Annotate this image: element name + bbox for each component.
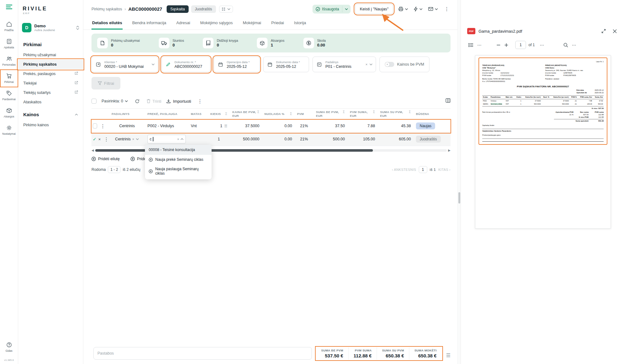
scrollbar-thumb[interactable] <box>458 192 460 204</box>
cell-kiekis[interactable]: 1 <box>208 136 230 143</box>
saved-dropdown[interactable] <box>342 6 351 12</box>
sum-icon[interactable]: Σ <box>257 110 259 114</box>
confirm-icon[interactable]: ✓ <box>93 137 97 142</box>
col-kaina[interactable]: KAINA BE PVM, EURΣ <box>230 109 262 119</box>
sidebar-item-pirkimo-kainos[interactable]: Pirkimo kainos <box>18 120 83 130</box>
scrollbar-thumb[interactable] <box>95 149 373 152</box>
sum-icon[interactable]: Σ <box>225 112 227 116</box>
tab-istorija[interactable]: Istorija <box>293 17 307 30</box>
row-checkbox[interactable] <box>93 123 97 128</box>
row-menu[interactable]: ⋮ <box>99 122 107 130</box>
table-more-menu[interactable]: ⋮ <box>196 98 204 105</box>
col-nuolaida[interactable]: NUOLAIDA %Σ <box>262 111 295 118</box>
klientas-field[interactable]: Klientas *00020 - UAB Mokymai <box>91 57 158 72</box>
create-paslauga-option[interactable]: Nauja paslauga Seminarų ciklas <box>145 164 212 178</box>
page-number[interactable]: 1 <box>419 166 427 173</box>
sidebar-item-ataskaitos[interactable]: Ataskaitos <box>18 97 83 107</box>
sum-icon[interactable]: Σ <box>290 112 292 116</box>
pdf-more-menu[interactable]: ⋯ <box>475 41 484 49</box>
thumbnails-button[interactable] <box>467 42 475 48</box>
scroll-left-icon[interactable]: ◀ <box>91 149 94 152</box>
rail-item-pradzia[interactable]: Pradžia <box>1 19 17 34</box>
sum-icon[interactable]: Σ <box>343 110 345 114</box>
rail-item-apskaita[interactable]: Apskaita <box>1 36 17 52</box>
clear-icon[interactable]: × <box>177 137 179 141</box>
stat-didzioji-knyga[interactable]: Didžioji knyga0 <box>203 38 238 48</box>
stat-siuntos[interactable]: Siuntos0 <box>159 38 184 48</box>
padalinys-field[interactable]: PadalinysP01 - Centrinis × <box>312 57 376 72</box>
main-scrollbar[interactable] <box>457 0 461 364</box>
sidebar-item-tiekejai[interactable]: Tiekėjai <box>18 79 83 88</box>
stat-atsargos[interactable]: Atsargos1 <box>257 38 284 48</box>
select-all-checkbox[interactable] <box>91 99 97 104</box>
stat-pirkimu-uzsakymai[interactable]: Pirkimų užsakymai0 <box>97 38 140 48</box>
pdf-search-button[interactable] <box>561 41 570 49</box>
col-pvm[interactable]: PVM <box>295 111 313 117</box>
col-matas[interactable]: MATAS <box>188 111 208 117</box>
rail-item-atsargos[interactable]: Atsargos <box>1 105 17 121</box>
sidebar-item-tiekeju-sutartys[interactable]: Tiekėjų sutartys <box>18 88 83 97</box>
change-status-button[interactable]: Keisti į "Naujas" <box>355 4 393 14</box>
tab-mokejimai[interactable]: Mokėjimai <box>242 17 262 30</box>
col-preke[interactable]: PREKĖ, PASLAUGA <box>145 111 188 117</box>
cancel-icon[interactable]: × <box>98 137 101 142</box>
sum-icon[interactable]: Σ <box>409 110 411 114</box>
zoom-in-button[interactable] <box>502 42 510 48</box>
next-page-button[interactable]: KITAS › <box>438 168 451 171</box>
sum-icon[interactable]: Σ <box>373 110 375 114</box>
zoom-out-button[interactable] <box>495 42 502 48</box>
scroll-right-icon[interactable]: ▶ <box>448 149 451 152</box>
email-button[interactable] <box>428 6 439 12</box>
menu-icon[interactable] <box>6 4 12 11</box>
stat-skola[interactable]: Skola0.00 <box>303 38 326 48</box>
cell-nuolaida[interactable]: 0.00 <box>262 136 295 143</box>
rail-item-nustatymai[interactable]: Nustatymai <box>1 122 17 138</box>
more-menu[interactable]: ⋮ <box>443 5 451 13</box>
tab-adresai[interactable]: Adresai <box>176 17 191 30</box>
preke-search-input[interactable]: c × <box>147 135 186 144</box>
pdf-viewport[interactable]: Lapo Nr. 1 TIEKĖJAS (PARDAVĖJAS) UAB "Mo… <box>461 52 625 364</box>
delete-button[interactable]: Trinti <box>147 99 161 104</box>
pdf-more-menu[interactable]: ⋯ <box>538 41 546 49</box>
table-row[interactable]: ⋮ Centrinis P002 - Virdulys Vnt 1☰ 37.50… <box>91 120 451 133</box>
totals-menu-icon[interactable]: ☰ <box>446 352 451 360</box>
create-preke-option[interactable]: Nauja prekė Seminarų ciklas <box>145 155 212 164</box>
rail-item-pirkimai[interactable]: Pirkimai <box>1 71 17 86</box>
col-padalinys[interactable]: PADALINYS <box>109 111 145 117</box>
padalinys-select[interactable]: Centrinis × <box>109 136 145 143</box>
expand-button[interactable] <box>600 28 608 35</box>
sidebar-section-kainos[interactable]: Kainos <box>18 107 83 120</box>
col-pvm-suma[interactable]: PVM SUMA, EURΣ <box>347 109 378 119</box>
prev-page-button[interactable]: ‹ ANKSTESNIS <box>392 168 416 171</box>
notes-input[interactable] <box>93 347 312 360</box>
close-pdf-button[interactable] <box>611 28 619 35</box>
tab-priedai[interactable]: Priedai <box>271 17 285 30</box>
dokumento-data-field[interactable]: Dokumento data *2025-05-12 <box>263 57 309 72</box>
autocomplete-option[interactable]: 00008 - Teisinė konsultacija <box>145 145 212 155</box>
breadcrumb[interactable]: Pirkimų sąskaitos <box>91 7 122 11</box>
clear-icon[interactable]: × <box>366 62 368 66</box>
view-selector[interactable] <box>219 6 233 13</box>
saved-status[interactable]: Išsaugota <box>312 5 351 14</box>
import-button[interactable]: Importuoti <box>166 99 191 104</box>
rail-item-personalas[interactable]: Personalas <box>1 53 17 69</box>
clear-icon[interactable]: × <box>132 137 134 141</box>
table-row-editing[interactable]: ✓ × ⋮ Centrinis × c × <box>91 133 451 146</box>
selected-count[interactable]: Pasirinkta: 0 <box>102 99 128 103</box>
refresh-button[interactable] <box>133 98 141 105</box>
filter-button[interactable]: Filtrai <box>91 77 120 90</box>
print-button[interactable] <box>398 5 409 13</box>
col-kiekis[interactable]: KIEKISΣ <box>208 111 230 118</box>
lot-lines-icon[interactable]: ☰ <box>224 124 227 128</box>
tab-bendra-informacija[interactable]: Bendra informacija <box>131 17 167 30</box>
sidebar-item-prekes-paslaugos[interactable]: Prekės, paslaugos <box>18 69 83 79</box>
tab-mokejimo-salygos[interactable]: Mokėjimo sąlygos <box>200 17 233 30</box>
cell-pvm[interactable]: 21% <box>295 136 313 143</box>
tab-detalios-eilutes[interactable]: Detalios eilutės <box>91 17 123 30</box>
page-number-input[interactable] <box>515 41 526 49</box>
doc-type-badge[interactable]: Sąskaita <box>167 5 189 13</box>
dokumento-nr-field[interactable]: Dokumento nr. *ABC000000027 <box>162 57 210 72</box>
kainos-be-pvm-toggle[interactable]: Kainos be PVM <box>379 57 429 72</box>
cell-kaina[interactable]: 500.0000 <box>230 136 262 143</box>
sidebar-item-pirkimu-saskaitos[interactable]: Pirkimų sąskaitos <box>18 60 83 69</box>
